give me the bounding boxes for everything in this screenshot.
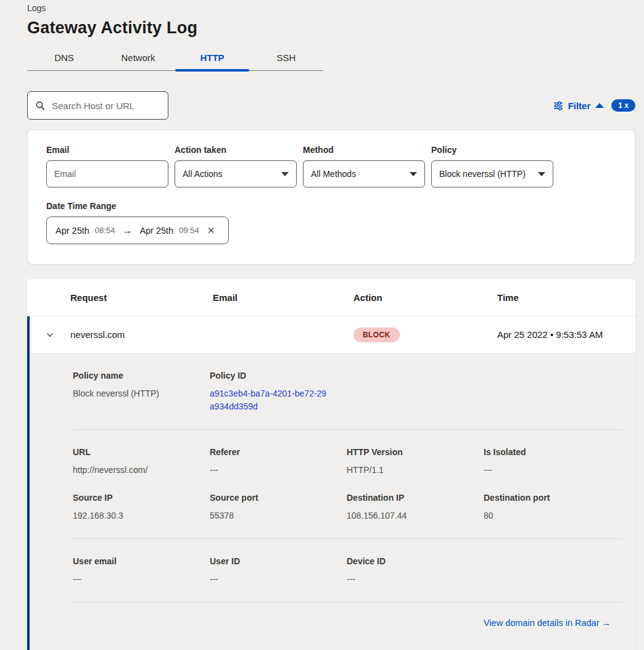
collapse-caret-icon — [595, 103, 604, 108]
tab-dns[interactable]: DNS — [27, 46, 101, 70]
destination-ip-label: Destination IP — [347, 493, 484, 503]
expand-chevron-icon[interactable] — [30, 330, 70, 340]
policy-id-link[interactable]: a91c3eb4-ba7a-4201-be72-29a934dd359d — [210, 387, 328, 413]
destination-ip-value: 108.156.107.44 — [347, 509, 484, 522]
detail-is-isolated: Is Isolated --- — [484, 447, 621, 477]
action-taken-select[interactable]: All Actions — [175, 160, 297, 187]
end-date[interactable]: Apr 25th — [139, 226, 173, 236]
filter-panel: Email Action taken All Actions Method Al… — [27, 130, 635, 265]
search-input[interactable] — [52, 101, 160, 111]
detail-url: URL http://neverssl.com/ — [73, 447, 210, 477]
date-time-range-picker[interactable]: Apr 25th 08:54 → Apr 25th 09:54 ✕ — [46, 216, 229, 244]
details-request-section: URL http://neverssl.com/ Referer --- HTT… — [73, 430, 622, 538]
radar-link-row: View domain details in Radar → — [73, 603, 622, 650]
column-header-request: Request — [70, 292, 213, 303]
start-time[interactable]: 08:54 — [95, 226, 115, 235]
filter-sliders-icon — [553, 101, 563, 110]
tab-ssh[interactable]: SSH — [249, 46, 323, 70]
search-box[interactable] — [27, 91, 168, 120]
table-row[interactable]: neverssl.com BLOCK Apr 25 2022 • 9:53:53… — [30, 316, 635, 353]
detail-policy-name: Policy name Block neverssl (HTTP) — [73, 371, 210, 413]
detail-destination-ip: Destination IP 108.156.107.44 — [347, 493, 484, 522]
filter-field-email: Email — [46, 145, 168, 187]
source-ip-label: Source IP — [73, 493, 210, 503]
policy-select[interactable]: Block neverssl (HTTP) — [431, 160, 553, 187]
tab-network[interactable]: Network — [101, 46, 175, 70]
end-time[interactable]: 09:54 — [179, 226, 199, 235]
source-port-value: 55378 — [210, 509, 347, 522]
detail-device-id: Device ID --- — [347, 556, 484, 586]
detail-referer: Referer --- — [210, 447, 347, 477]
method-value: All Methods — [311, 169, 356, 179]
detail-user-id: User ID --- — [210, 556, 347, 586]
detail-http-version: HTTP Version HTTP/1.1 — [347, 447, 484, 477]
filter-toggle-button[interactable]: Filter 1 x — [553, 99, 635, 112]
http-version-label: HTTP Version — [347, 447, 484, 457]
filter-count-badge[interactable]: 1 x — [611, 99, 635, 112]
user-id-label: User ID — [210, 556, 347, 566]
column-header-time: Time — [497, 292, 635, 303]
chevron-down-icon — [410, 172, 417, 176]
block-status-badge: BLOCK — [353, 327, 400, 342]
source-ip-value: 192.168.30.3 — [73, 509, 210, 522]
chevron-down-icon — [281, 172, 289, 176]
detail-source-port: Source port 55378 — [210, 493, 347, 522]
row-request-value[interactable]: neverssl.com — [70, 329, 213, 340]
http-version-value: HTTP/1.1 — [347, 464, 484, 477]
clear-date-range-icon[interactable]: ✕ — [207, 225, 215, 236]
user-email-value: --- — [73, 573, 210, 586]
filter-field-policy: Policy Block neverssl (HTTP) — [431, 145, 553, 187]
user-id-value: --- — [210, 573, 347, 586]
source-port-label: Source port — [210, 493, 347, 503]
user-email-label: User email — [73, 556, 210, 566]
breadcrumb[interactable]: Logs — [27, 2, 635, 14]
device-id-value: --- — [347, 573, 484, 586]
is-isolated-value: --- — [484, 464, 621, 477]
activity-log-table: Request Email Action Time neverssl.com B… — [27, 279, 635, 650]
url-value: http://neverssl.com/ — [73, 464, 210, 477]
action-taken-label: Action taken — [175, 145, 297, 155]
filter-field-action-taken: Action taken All Actions — [175, 145, 297, 187]
tab-http[interactable]: HTTP — [175, 46, 249, 70]
log-entry-details: Policy name Block neverssl (HTTP) Policy… — [30, 353, 635, 650]
log-type-tabs: DNS Network HTTP SSH — [27, 46, 323, 71]
email-filter-input[interactable] — [46, 160, 168, 187]
row-action-cell: BLOCK — [353, 327, 497, 342]
policy-name-value: Block neverssl (HTTP) — [73, 387, 210, 400]
view-domain-details-radar-link[interactable]: View domain details in Radar → — [484, 618, 611, 628]
device-id-label: Device ID — [347, 556, 484, 566]
search-icon — [35, 101, 46, 111]
date-time-range-label: Date Time Range — [46, 201, 616, 211]
policy-value: Block neverssl (HTTP) — [439, 169, 526, 179]
detail-destination-port: Destination port 80 — [484, 493, 621, 522]
column-header-email: Email — [213, 292, 353, 303]
policy-name-label: Policy name — [73, 371, 210, 381]
destination-port-label: Destination port — [484, 493, 621, 503]
expanded-log-entry: neverssl.com BLOCK Apr 25 2022 • 9:53:53… — [27, 316, 635, 650]
start-date[interactable]: Apr 25th — [56, 226, 89, 236]
destination-port-value: 80 — [484, 509, 621, 522]
method-label: Method — [303, 145, 425, 155]
policy-id-label: Policy ID — [210, 371, 347, 381]
email-filter-label: Email — [46, 145, 168, 155]
method-select[interactable]: All Methods — [303, 160, 425, 187]
column-header-action: Action — [353, 292, 497, 303]
filter-row-1: Email Action taken All Actions Method Al… — [46, 145, 616, 187]
is-isolated-label: Is Isolated — [484, 447, 621, 457]
policy-label: Policy — [431, 145, 553, 155]
detail-source-ip: Source IP 192.168.30.3 — [73, 493, 210, 522]
details-policy-section: Policy name Block neverssl (HTTP) Policy… — [73, 353, 622, 429]
url-label: URL — [73, 447, 210, 457]
page-title: Gateway Activity Log — [27, 19, 635, 38]
detail-policy-id: Policy ID a91c3eb4-ba7a-4201-be72-29a934… — [210, 371, 347, 413]
referer-label: Referer — [210, 447, 347, 457]
filter-field-method: Method All Methods — [303, 145, 425, 187]
referer-value: --- — [210, 464, 347, 477]
table-header-row: Request Email Action Time — [27, 279, 635, 316]
action-taken-value: All Actions — [183, 169, 223, 179]
row-time-value: Apr 25 2022 • 9:53:53 AM — [497, 329, 635, 340]
range-arrow-icon: → — [122, 225, 132, 236]
chevron-down-icon — [538, 172, 545, 176]
details-user-section: User email --- User ID --- Device ID --- — [73, 539, 622, 602]
filter-label: Filter — [568, 101, 591, 111]
